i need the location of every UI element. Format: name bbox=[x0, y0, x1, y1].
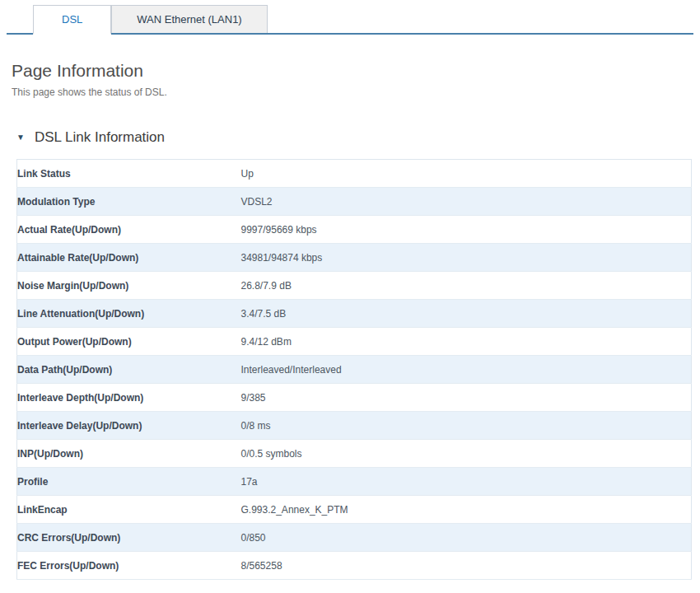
table-row: Noise Margin(Up/Down) 26.8/7.9 dB bbox=[17, 272, 692, 300]
row-value: 26.8/7.9 dB bbox=[241, 272, 692, 300]
row-value: 0/8 ms bbox=[241, 412, 692, 440]
collapse-triangle-icon: ▼ bbox=[16, 133, 25, 142]
row-value: 3.4/7.5 dB bbox=[241, 300, 692, 328]
row-label: LinkEncap bbox=[17, 496, 241, 524]
tab-bar: DSL WAN Ethernet (LAN1) bbox=[7, 5, 693, 35]
row-label: Profile bbox=[17, 468, 241, 496]
row-value: 9997/95669 kbps bbox=[241, 216, 692, 244]
row-label: Data Path(Up/Down) bbox=[17, 356, 241, 384]
table-row: Attainable Rate(Up/Down) 34981/94874 kbp… bbox=[17, 244, 692, 272]
page-title: Page Information bbox=[12, 61, 688, 81]
table-row: Data Path(Up/Down) Interleaved/Interleav… bbox=[17, 356, 692, 384]
row-label: Line Attenuation(Up/Down) bbox=[17, 300, 241, 328]
row-value: 9.4/12 dBm bbox=[241, 328, 692, 356]
row-value: 0/0.5 symbols bbox=[241, 440, 692, 468]
table-row: Modulation Type VDSL2 bbox=[17, 188, 692, 216]
table-row: Link Status Up bbox=[17, 160, 692, 188]
table-row: Line Attenuation(Up/Down) 3.4/7.5 dB bbox=[17, 300, 692, 328]
table-row: Profile 17a bbox=[17, 468, 692, 496]
table-body: Link Status Up Modulation Type VDSL2 Act… bbox=[17, 160, 692, 580]
table-row: Actual Rate(Up/Down) 9997/95669 kbps bbox=[17, 216, 692, 244]
table-row: Interleave Delay(Up/Down) 0/8 ms bbox=[17, 412, 692, 440]
section-title: DSL Link Information bbox=[35, 129, 165, 146]
row-label: Actual Rate(Up/Down) bbox=[17, 216, 241, 244]
row-value: 0/850 bbox=[241, 524, 692, 552]
table-row: Output Power(Up/Down) 9.4/12 dBm bbox=[17, 328, 692, 356]
row-value: Interleaved/Interleaved bbox=[241, 356, 692, 384]
row-label: Link Status bbox=[17, 160, 241, 188]
table-row: LinkEncap G.993.2_Annex_K_PTM bbox=[17, 496, 692, 524]
row-label: Interleave Delay(Up/Down) bbox=[17, 412, 241, 440]
row-label: INP(Up/Down) bbox=[17, 440, 241, 468]
section-header-dsl-link-information[interactable]: ▼ DSL Link Information bbox=[16, 129, 688, 146]
row-label: CRC Errors(Up/Down) bbox=[17, 524, 241, 552]
row-value: 34981/94874 kbps bbox=[241, 244, 692, 272]
dsl-link-information-table: Link Status Up Modulation Type VDSL2 Act… bbox=[16, 159, 692, 580]
row-label: Output Power(Up/Down) bbox=[17, 328, 241, 356]
row-value: 17a bbox=[241, 468, 692, 496]
table-row: CRC Errors(Up/Down) 0/850 bbox=[17, 524, 692, 552]
row-value: 8/565258 bbox=[241, 552, 692, 580]
table-row: INP(Up/Down) 0/0.5 symbols bbox=[17, 440, 692, 468]
table-row: Interleave Depth(Up/Down) 9/385 bbox=[17, 384, 692, 412]
row-value: Up bbox=[241, 160, 692, 188]
row-value: 9/385 bbox=[241, 384, 692, 412]
row-value: VDSL2 bbox=[241, 188, 692, 216]
row-label: Modulation Type bbox=[17, 188, 241, 216]
page-content: Page Information This page shows the sta… bbox=[0, 61, 700, 580]
table-row: FEC Errors(Up/Down) 8/565258 bbox=[17, 552, 692, 580]
row-value: G.993.2_Annex_K_PTM bbox=[241, 496, 692, 524]
row-label: FEC Errors(Up/Down) bbox=[17, 552, 241, 580]
row-label: Interleave Depth(Up/Down) bbox=[17, 384, 241, 412]
row-label: Attainable Rate(Up/Down) bbox=[17, 244, 241, 272]
tab-dsl[interactable]: DSL bbox=[33, 5, 111, 35]
row-label: Noise Margin(Up/Down) bbox=[17, 272, 241, 300]
tab-wan-ethernet-lan1[interactable]: WAN Ethernet (LAN1) bbox=[111, 5, 267, 33]
page-subtitle: This page shows the status of DSL. bbox=[12, 86, 688, 98]
